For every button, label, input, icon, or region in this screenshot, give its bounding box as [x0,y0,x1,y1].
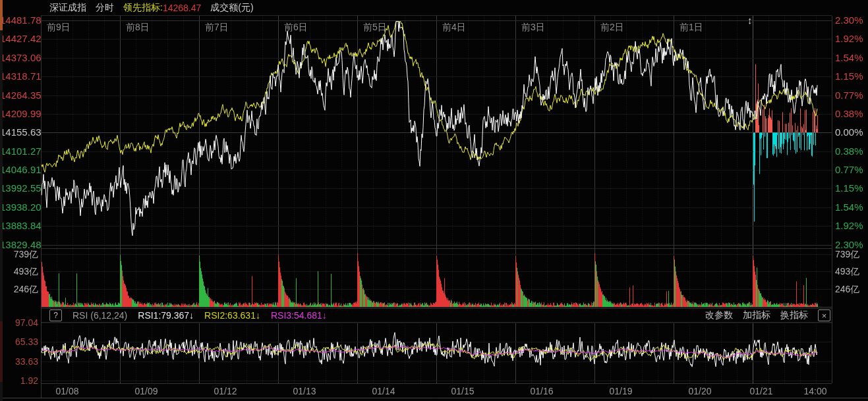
percent-tick: 0.77% [835,165,863,175]
date-label: 01/16 [515,386,568,396]
price-tick: 14481.78 [0,15,38,26]
day-label: 前9日 [47,22,71,32]
percent-tick: 0.00% [835,127,863,138]
percent-tick: 2.30% [835,15,863,26]
price-tick: 14155.63 [0,127,38,138]
switch-indicator-button[interactable]: 换指标 [780,309,808,321]
chart-canvas[interactable] [0,0,868,401]
price-tick: 14046.91 [0,165,38,175]
volume-tick: 493亿 [0,266,38,277]
percent-tick: 1.15% [835,71,863,82]
add-indicator-button[interactable]: 加指标 [743,309,770,321]
volume-tick: 493亿 [835,266,859,277]
date-label: 01/13 [278,386,331,396]
price-tick: 13883.84 [0,221,38,231]
volume-tick: 739亿 [835,249,859,259]
date-label: 01/20 [674,386,726,396]
day-label: 前7日 [205,22,229,32]
date-label: 01/09 [120,386,173,396]
day-label: 前3日 [521,22,545,32]
rsi2-value: RSI2:63.631↓ [204,310,260,321]
left-edge-strip [0,0,3,401]
pane-resize-handle-icon[interactable]: ↕ [747,15,753,25]
volume-tick: 739亿 [0,249,38,259]
day-label: 前6日 [284,22,308,32]
date-label: 01/15 [436,386,489,396]
day-label: 前8日 [126,22,150,32]
rsi-tick: 65.33 [0,336,38,347]
change-params-button[interactable]: 改参数 [705,309,733,321]
day-label: 前1日 [680,22,703,32]
rsi3-value: RSI3:54.681↓ [271,310,327,321]
rsi-title[interactable]: RSI (6,12,24) [72,310,127,321]
percent-tick: 1.54% [835,202,863,213]
price-tick: 13992.55 [0,183,38,194]
leading-indicator-value: 14268.47 [163,3,201,13]
volume-tick: 246亿 [0,284,38,294]
date-label: 01/12 [199,386,252,396]
price-tick: 14209.99 [0,109,38,119]
date-label: 01/08 [41,386,94,396]
current-time-label: 14:00 [789,386,842,396]
rsi-toolbar: 改参数 加指标 换指标 × [695,309,830,322]
rsi-header: ? RSI (6,12,24) RSI1:79.367↓ RSI2:63.631… [49,309,337,322]
index-name[interactable]: 深证成指 [49,2,86,14]
stock-chart-app: 深证成指 分时 领先指标: 14268.47 成交额(元) ↕ 14481.78… [0,0,868,401]
period-tab[interactable]: 分时 [96,2,114,14]
percent-tick: 1.15% [835,183,863,194]
percent-tick: 0.38% [835,109,863,119]
price-tick: 14427.42 [0,34,38,44]
percent-tick: 1.92% [835,221,863,231]
percent-tick: 1.54% [835,53,863,63]
rsi-tick: 97.04 [0,317,38,328]
volume-tick: 246亿 [835,284,859,294]
price-tick: 14373.06 [0,53,38,63]
edge-orange-segment [0,0,3,30]
price-tick: 14264.35 [0,90,38,101]
price-tick: 13938.20 [0,202,38,213]
percent-tick: 0.38% [835,146,863,157]
close-icon[interactable]: × [818,309,830,321]
day-label: 前2日 [600,22,624,32]
day-label: 前5日 [363,22,387,32]
leading-indicator-label: 领先指标: [123,2,163,14]
help-icon[interactable]: ? [49,309,62,321]
day-label: 前4日 [442,22,466,32]
rsi-tick: 33.63 [0,356,38,367]
rsi-tick: 1.92 [0,375,38,386]
date-label: 01/19 [594,386,647,396]
turnover-label: 成交额(元) [210,2,253,14]
price-tick: 14318.71 [0,71,38,82]
percent-tick: 1.92% [835,34,863,44]
chart-header: 深证成指 分时 领先指标: 14268.47 成交额(元) [49,1,263,14]
date-label: 01/21 [735,386,788,396]
percent-tick: 0.77% [835,90,863,101]
rsi1-value: RSI1:79.367↓ [138,310,194,321]
date-label: 01/14 [357,386,410,396]
edge-red-segment [0,321,3,382]
price-tick: 14101.27 [0,146,38,157]
